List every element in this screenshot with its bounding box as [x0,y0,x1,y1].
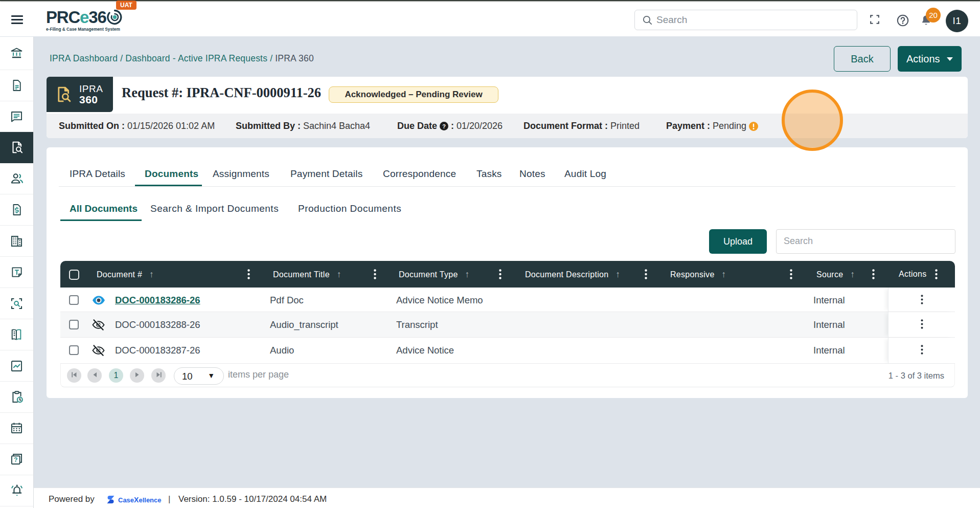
svg-text:?: ? [442,123,446,129]
svg-text:?: ? [14,457,18,464]
